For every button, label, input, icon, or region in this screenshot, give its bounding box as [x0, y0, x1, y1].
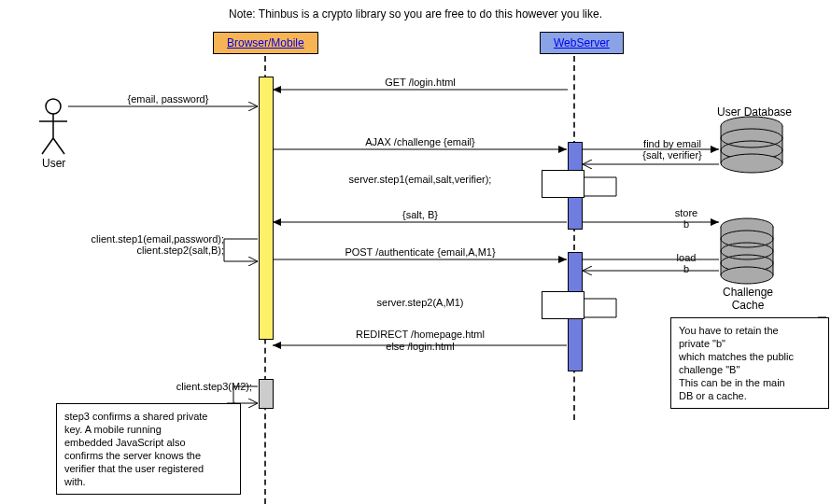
svg-point-22	[721, 141, 782, 160]
msg-client-step3: client.step3(M2);	[149, 381, 252, 392]
diagram-title: Note: Thinbus is a crypto library so you…	[0, 7, 831, 21]
svg-point-21	[721, 129, 782, 147]
actor-user-label: User	[42, 157, 65, 170]
selfcall-server-step1	[542, 170, 585, 198]
participant-browser: Browser/Mobile	[213, 32, 318, 54]
svg-line-3	[42, 138, 53, 154]
participant-webserver: WebServer	[540, 32, 624, 54]
svg-point-17	[721, 117, 782, 135]
selfcall-server-step2	[542, 291, 585, 319]
challenge-cache-icon	[721, 218, 773, 284]
activation-client-step3	[259, 379, 274, 409]
msg-get-login: GET /login.html	[280, 77, 560, 89]
db-find-label: find by email {salt, verifier}	[626, 138, 719, 161]
user-database-label: User Database	[698, 105, 810, 119]
msg-client-steps: client.step1(email,password); client.ste…	[56, 233, 224, 256]
challenge-cache-label: Challenge Cache	[706, 286, 790, 312]
actor-user-figure	[39, 99, 67, 154]
msg-server-step1: server.step1(email,salt,verifier);	[280, 174, 560, 186]
msg-ajax-challenge: AJAX /challenge {email}	[280, 136, 560, 148]
svg-point-0	[46, 99, 61, 114]
msg-server-step2: server.step2(A,M1)	[280, 297, 560, 309]
svg-point-29	[721, 243, 773, 259]
msg-redirect: REDIRECT /homepage.html else /login.html	[280, 329, 560, 353]
cache-store-label: store b	[654, 207, 719, 230]
msg-post-auth: POST /authenticate {email,A,M1}	[280, 246, 560, 259]
svg-point-24	[721, 218, 773, 235]
svg-point-30	[721, 255, 773, 272]
svg-point-28	[721, 231, 773, 247]
svg-rect-18	[721, 126, 782, 163]
activation-browser	[259, 77, 274, 340]
svg-point-23	[721, 154, 782, 173]
msg-salt-b: {salt, B}	[280, 209, 560, 221]
cache-load-label: load b	[654, 252, 719, 274]
note-cache: You have to retain the private "b" which…	[670, 317, 829, 409]
note-step3: step3 confirms a shared private key. A m…	[56, 403, 241, 495]
user-database-icon	[721, 117, 782, 173]
svg-point-31	[721, 267, 773, 284]
svg-line-4	[53, 138, 64, 154]
svg-rect-25	[721, 227, 773, 275]
msg-email-password: {email, password}	[103, 93, 233, 105]
